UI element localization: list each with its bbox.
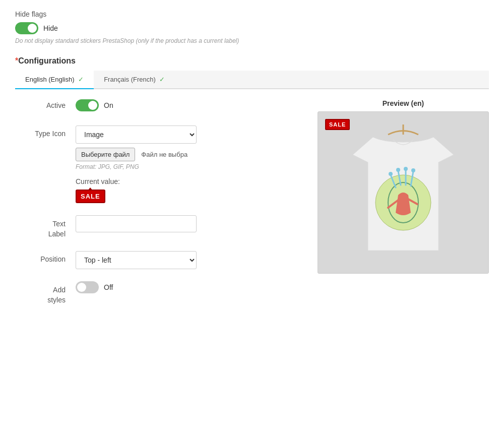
tshirt-container (328, 122, 478, 263)
form-area: Active On Type Icon Image Text CSS Class (15, 99, 297, 317)
text-label-label: Text Label (15, 215, 76, 239)
tshirt-svg (343, 124, 464, 261)
english-check-icon: ✓ (78, 76, 84, 83)
active-toggle-text: On (104, 101, 113, 109)
language-tabs: English (English) ✓ Français (French) ✓ (15, 71, 489, 89)
hide-flags-hint: Do not display standard stickers PrestaS… (15, 37, 489, 44)
configurations-title: *Configurations (15, 56, 489, 66)
choose-file-button[interactable]: Выберите файл (76, 148, 135, 161)
svg-point-8 (396, 168, 400, 172)
preview-sale-badge: SALE (325, 119, 350, 130)
add-styles-toggle-text: Off (104, 283, 113, 291)
tab-english[interactable]: English (English) ✓ (15, 71, 94, 89)
text-label-input[interactable] (76, 215, 197, 232)
configurations-section: *Configurations English (English) ✓ Fran… (15, 56, 489, 317)
no-file-label: Файл не выбра (141, 151, 187, 158)
add-styles-content: Off (76, 281, 297, 293)
position-label: Position (15, 251, 76, 263)
type-icon-content: Image Text CSS Class Выберите файл Файл … (76, 126, 297, 203)
file-input-area: Выберите файл Файл не выбра (76, 148, 297, 161)
active-row: Active On (15, 99, 297, 111)
position-select[interactable]: Top - left Top - right Bottom - left Bot… (76, 251, 197, 269)
type-icon-row: Type Icon Image Text CSS Class Выберите … (15, 126, 297, 203)
text-label-row: Text Label (15, 215, 297, 239)
hide-flags-section: Hide flags Hide Do not display standard … (15, 10, 489, 44)
current-sale-badge: SALE (76, 190, 105, 203)
position-content: Top - left Top - right Bottom - left Bot… (76, 251, 297, 269)
hide-toggle-label: Hide (43, 24, 58, 32)
svg-point-7 (389, 172, 393, 176)
position-row: Position Top - left Top - right Bottom -… (15, 251, 297, 269)
tab-content-area: Active On Type Icon Image Text CSS Class (15, 99, 489, 317)
add-styles-toggle[interactable] (76, 281, 99, 293)
preview-box: SALE (318, 111, 489, 274)
hide-toggle[interactable] (15, 22, 38, 34)
svg-point-10 (411, 168, 415, 172)
french-check-icon: ✓ (159, 76, 165, 83)
active-toggle[interactable] (76, 99, 99, 111)
current-value-label: Current value: (76, 177, 297, 185)
active-toggle-area: On (76, 99, 113, 111)
add-styles-row: Add styles Off (15, 281, 297, 305)
tab-french[interactable]: Français (French) ✓ (94, 71, 175, 89)
file-format-hint: Format: JPG, GIF, PNG (76, 163, 297, 170)
type-icon-select[interactable]: Image Text CSS Class (76, 126, 197, 144)
text-label-content (76, 215, 297, 232)
add-styles-label: Add styles (15, 281, 76, 305)
preview-title: Preview (en) (318, 99, 489, 107)
preview-area: Preview (en) SALE (318, 99, 489, 274)
type-icon-label: Type Icon (15, 126, 76, 138)
active-label: Active (15, 101, 76, 109)
svg-point-9 (404, 167, 408, 171)
hide-flags-title: Hide flags (15, 10, 489, 18)
